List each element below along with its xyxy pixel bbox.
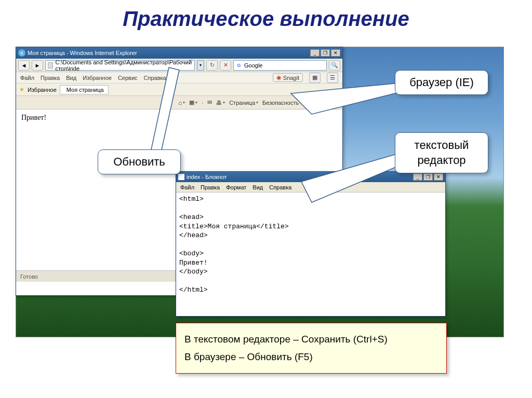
page-icon	[48, 62, 53, 68]
favorites-label[interactable]: Избранное	[28, 87, 57, 93]
search-input[interactable]: G Google	[233, 60, 327, 71]
menu-service[interactable]: Сервис	[118, 75, 138, 81]
menu-view[interactable]: Вид	[66, 75, 76, 81]
menu-help[interactable]: Справка	[144, 75, 166, 81]
maximize-button[interactable]: ❐	[321, 49, 330, 57]
safety-menu[interactable]: Безопасность▾	[262, 100, 302, 106]
browser-toolbar2: ⌂▾ ▦▾ · ✉ 🖶▾ Страница▾ Безопасность▾ Сер…	[16, 96, 342, 109]
stop-button[interactable]: ✕	[220, 60, 231, 71]
search-button[interactable]: 🔍	[329, 60, 340, 71]
search-engine-label: Google	[244, 62, 262, 68]
browser-tab[interactable]: Моя страница	[60, 85, 109, 94]
ie-icon: e	[18, 49, 25, 57]
browser-title: Моя страница - Windows Internet Explorer	[28, 50, 137, 56]
tab-title: Моя страница	[66, 87, 104, 93]
notepad-window: index - Блокнот _ ❐ ✕ Файл Правка Формат…	[176, 171, 446, 317]
address-input[interactable]: C:\Documents and Settings\Администратор\…	[45, 60, 195, 71]
notepad-menu-bar: Файл Правка Формат Вид Справка	[176, 182, 445, 193]
read-mail-button[interactable]: ✉	[207, 99, 212, 106]
np-menu-help[interactable]: Справка	[269, 184, 291, 190]
snagit-extra2[interactable]: ☰	[327, 73, 338, 83]
note-line1: В текстовом редакторе – Сохранить (Ctrl+…	[184, 331, 438, 348]
np-menu-edit[interactable]: Правка	[201, 184, 220, 190]
refresh-button[interactable]: ↻	[206, 60, 218, 71]
callout-browser: браузер (IE)	[395, 70, 488, 95]
np-maximize-button[interactable]: ❐	[423, 173, 433, 181]
callout-refresh: Обновить	[98, 149, 181, 174]
snagit-extra1[interactable]: ▦	[309, 73, 321, 83]
home-button[interactable]: ⌂▾	[178, 100, 185, 106]
snagit-button[interactable]: ◉Snagit	[273, 73, 303, 82]
np-menu-view[interactable]: Вид	[252, 184, 263, 190]
page-content-text: Привет!	[21, 114, 46, 121]
google-icon: G	[236, 62, 242, 68]
menu-favorites[interactable]: Избранное	[83, 75, 112, 81]
status-text: Готово	[20, 273, 38, 280]
browser-titlebar[interactable]: e Моя страница - Windows Internet Explor…	[16, 47, 342, 59]
slide-title: Практическое выполнение	[0, 0, 532, 35]
browser-menu-bar: Файл Правка Вид Избранное Сервис Справка…	[16, 72, 342, 84]
address-dropdown[interactable]: ▾	[197, 60, 204, 71]
np-menu-format[interactable]: Формат	[226, 184, 246, 190]
favorites-star-icon[interactable]: ★	[19, 86, 24, 93]
np-menu-file[interactable]: Файл	[180, 184, 194, 190]
favorites-bar: ★ Избранное Моя страница	[16, 84, 342, 96]
close-button[interactable]: ✕	[331, 49, 340, 57]
minimize-button[interactable]: _	[310, 49, 320, 57]
forward-button[interactable]: ►	[32, 60, 43, 71]
menu-edit[interactable]: Правка	[41, 75, 60, 81]
note-line2: В браузере – Обновить (F5)	[184, 348, 438, 366]
help-button[interactable]: ?▾	[333, 100, 339, 106]
instruction-note: В текстовом редакторе – Сохранить (Ctrl+…	[176, 323, 447, 374]
notepad-text-area[interactable]: <html> <head> <title>Моя страница</title…	[176, 193, 445, 316]
back-button[interactable]: ◄	[18, 60, 30, 71]
tools-menu[interactable]: Сервис▾	[306, 100, 329, 106]
notepad-title: index - Блокнот	[187, 174, 227, 180]
np-close-button[interactable]: ✕	[434, 173, 443, 181]
np-minimize-button[interactable]: _	[413, 173, 422, 181]
print-button[interactable]: 🖶▾	[216, 100, 225, 106]
page-menu[interactable]: Страница▾	[229, 100, 258, 106]
address-text: C:\Documents and Settings\Администратор\…	[55, 59, 192, 72]
menu-file[interactable]: Файл	[20, 75, 34, 81]
feeds-button[interactable]: ▦▾	[189, 99, 197, 106]
address-bar-row: ◄ ► C:\Documents and Settings\Администра…	[16, 59, 342, 72]
notepad-icon	[178, 174, 184, 180]
callout-editor: текстовый редактор	[395, 132, 488, 173]
